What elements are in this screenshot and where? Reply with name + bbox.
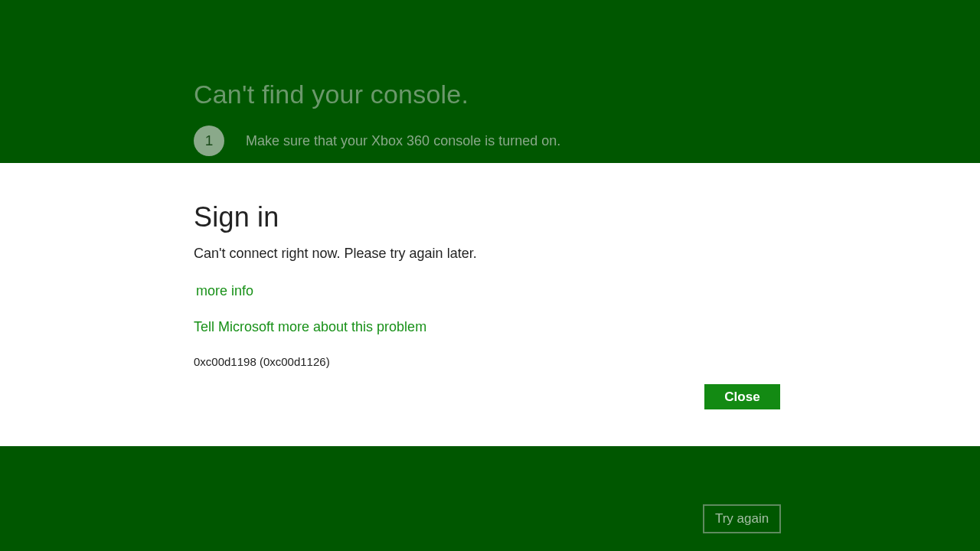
- background-footer: [0, 446, 980, 551]
- signin-error-dialog: Sign in Can't connect right now. Please …: [0, 163, 980, 446]
- page-title: Can't find your console.: [194, 80, 469, 109]
- step-instruction-text: Make sure that your Xbox 360 console is …: [246, 133, 560, 149]
- dialog-message: Can't connect right now. Please try agai…: [194, 246, 783, 262]
- troubleshoot-step-row: 1 Make sure that your Xbox 360 console i…: [194, 126, 560, 156]
- dialog-title: Sign in: [194, 201, 783, 233]
- report-problem-link[interactable]: Tell Microsoft more about this problem: [194, 319, 426, 335]
- more-info-link[interactable]: more info: [196, 283, 253, 299]
- step-number-badge: 1: [194, 126, 224, 156]
- error-code-text: 0xc00d1198 (0xc00d1126): [194, 355, 783, 368]
- close-button[interactable]: Close: [704, 384, 780, 409]
- try-again-button[interactable]: Try again: [703, 504, 781, 533]
